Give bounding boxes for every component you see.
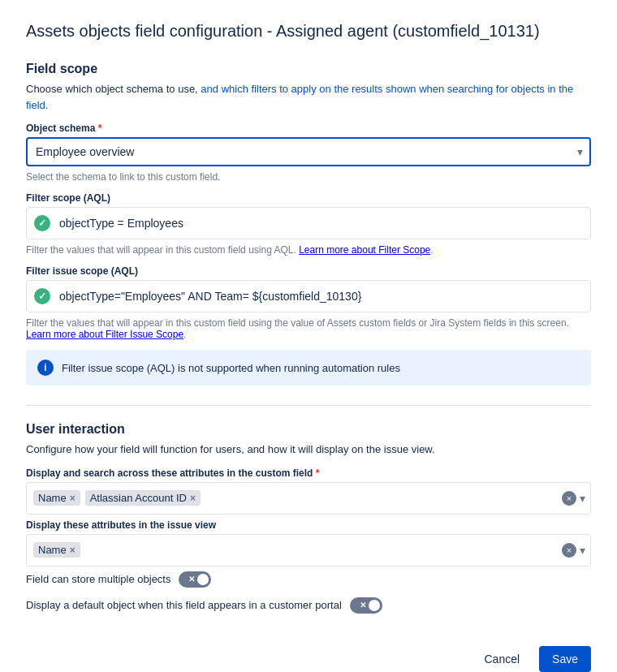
issue-view-attributes-field: Display these attributes in the issue vi… <box>26 519 591 566</box>
display-attributes-label: Display and search across these attribut… <box>26 467 591 479</box>
object-schema-label: Object schema * <box>26 123 591 134</box>
toggle-knob <box>197 574 209 585</box>
toggle-knob-2 <box>369 600 380 611</box>
display-attributes-input[interactable]: Name × Atlassian Account ID × × ▾ <box>26 482 591 515</box>
filter-scope-link[interactable]: Learn more about Filter Scope <box>299 244 430 256</box>
aql-issue-valid-icon <box>34 288 50 304</box>
user-interaction-section: User interaction Configure how your fiel… <box>26 422 591 614</box>
clear-icon-issue[interactable]: × <box>562 543 576 558</box>
display-attributes-field: Display and search across these attribut… <box>26 467 591 515</box>
filter-scope-field: Filter scope (AQL) objectType = Employee… <box>26 192 591 256</box>
chevron-down-icon[interactable]: ▾ <box>580 492 585 505</box>
filter-scope-wrapper: objectType = Employees <box>26 207 591 239</box>
filter-issue-scope-wrapper: objectType="Employees" AND Team= ${custo… <box>26 280 591 312</box>
default-object-toggle[interactable]: ✕ <box>350 597 382 614</box>
filter-scope-input[interactable]: objectType = Employees <box>26 207 591 239</box>
tag-atlassian-remove[interactable]: × <box>190 493 196 504</box>
filter-issue-scope-label: Filter issue scope (AQL) <box>26 265 591 277</box>
field-scope-heading: Field scope <box>26 62 591 76</box>
user-interaction-heading: User interaction <box>26 422 591 437</box>
object-schema-select[interactable]: Employee overview <box>26 137 591 166</box>
page-title: Assets objects field configuration - Ass… <box>26 19 591 42</box>
object-schema-helper: Select the schema to link to this custom… <box>26 171 591 183</box>
issue-view-attributes-label: Display these attributes in the issue vi… <box>26 519 591 531</box>
object-schema-select-wrapper: Employee overview ▾ <box>26 137 591 166</box>
tag-name-issue: Name × <box>33 542 80 558</box>
filter-issue-scope-link[interactable]: Learn more about Filter Issue Scope <box>26 329 183 340</box>
filter-issue-scope-helper: Filter the values that will appear in th… <box>26 317 591 340</box>
display-attributes-actions: × ▾ <box>562 491 585 506</box>
tag-name-remove[interactable]: × <box>70 493 76 504</box>
section-divider <box>26 405 591 406</box>
filter-issue-scope-input[interactable]: objectType="Employees" AND Team= ${custo… <box>26 280 591 312</box>
info-icon: i <box>37 360 54 376</box>
tag-name-issue-remove[interactable]: × <box>70 545 76 556</box>
object-schema-field: Object schema * Employee overview ▾ Sele… <box>26 123 591 183</box>
footer: Cancel Save <box>26 633 591 672</box>
default-object-row: Display a default object when this field… <box>26 597 591 614</box>
filter-scope-label: Filter scope (AQL) <box>26 192 591 204</box>
user-interaction-description: Configure how your field will function f… <box>26 442 591 458</box>
cancel-button[interactable]: Cancel <box>471 646 533 672</box>
info-box-text: Filter issue scope (AQL) is not supporte… <box>62 362 400 374</box>
field-scope-description: Choose which object schema to use, and w… <box>26 81 591 113</box>
multiple-objects-row: Field can store multiple objects ✕ <box>26 571 591 588</box>
chevron-down-icon-issue[interactable]: ▾ <box>580 544 585 557</box>
clear-icon[interactable]: × <box>562 491 576 506</box>
field-scope-section: Field scope Choose which object schema t… <box>26 62 591 386</box>
filter-issue-scope-field: Filter issue scope (AQL) objectType="Emp… <box>26 265 591 340</box>
save-button[interactable]: Save <box>539 646 591 672</box>
issue-view-attributes-actions: × ▾ <box>562 543 585 558</box>
multiple-objects-label: Field can store multiple objects <box>26 573 170 585</box>
tag-atlassian-account-id: Atlassian Account ID × <box>85 490 201 506</box>
issue-view-attributes-input[interactable]: Name × × ▾ <box>26 534 591 566</box>
aql-valid-icon <box>34 215 50 231</box>
tag-name: Name × <box>33 490 80 506</box>
filter-scope-helper: Filter the values that will appear in th… <box>26 244 591 256</box>
info-box: i Filter issue scope (AQL) is not suppor… <box>26 350 591 386</box>
multiple-objects-toggle[interactable]: ✕ <box>179 571 211 588</box>
default-object-label: Display a default object when this field… <box>26 599 342 611</box>
